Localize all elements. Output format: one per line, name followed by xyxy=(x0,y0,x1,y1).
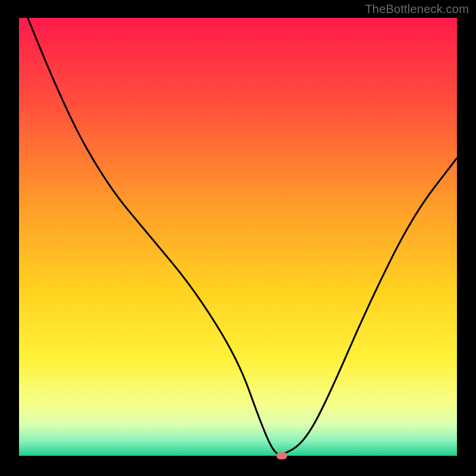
bottleneck-chart xyxy=(0,0,476,476)
optimum-marker xyxy=(277,452,287,459)
chart-frame: TheBottleneck.com xyxy=(0,0,476,476)
plot-background xyxy=(19,18,457,456)
